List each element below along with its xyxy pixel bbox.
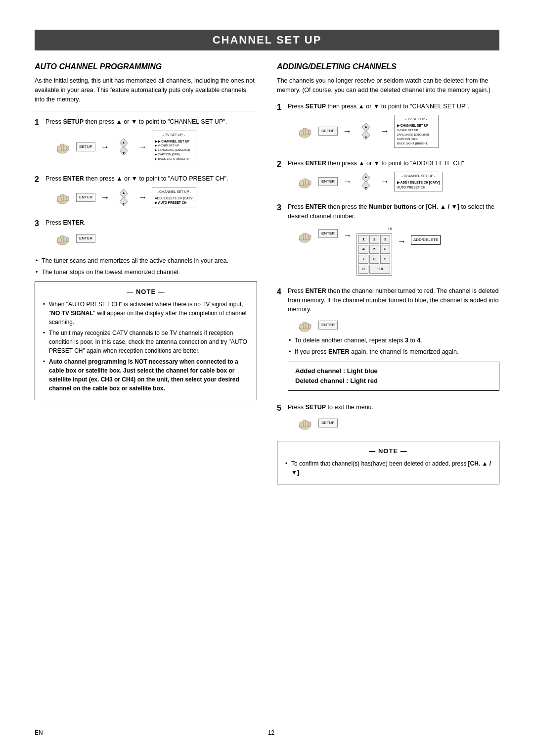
- step-1-left: 1 Press SETUP then press ▲ or ▼ to point…: [35, 117, 257, 167]
- page-footer: EN - 12 -: [0, 729, 534, 736]
- tv-menu-3r: - CHANNEL SET UP - ▶ ADD / DELETE CH [CA…: [394, 172, 443, 191]
- step-content: Press ENTER then press ▲ or ▼ to point t…: [288, 159, 499, 196]
- note-item-1: When "AUTO PRESET CH" is activated where…: [42, 300, 250, 327]
- svg-text:▼: ▼: [364, 186, 368, 189]
- step-4-right: 4 Press ENTER then the channel number tu…: [277, 286, 499, 396]
- left-section-intro: As the initial setting, this unit has me…: [35, 76, 257, 104]
- svg-rect-2: [63, 145, 66, 150]
- step-1-right: 1 Press SETUP then press ▲ or ▼ to point…: [277, 102, 499, 152]
- key-2: 2: [369, 235, 379, 244]
- svg-rect-22: [57, 237, 61, 242]
- svg-text:▲: ▲: [364, 125, 367, 128]
- bullet-1: The tuner scans and memorizes all the ac…: [35, 256, 257, 266]
- svg-text:▲: ▲: [122, 141, 125, 144]
- step2-left-diagram: ENTER → ▲ ▼ → - CHANNEL SET UP - ADD / D…: [55, 188, 257, 207]
- hand-icon: [298, 416, 315, 430]
- enter-button: ENTER: [318, 229, 338, 238]
- tv-menu-title: - CHANNEL SET UP -: [155, 189, 193, 195]
- tv-menu-item-lang: LANGUAGE [ENGLISH]: [397, 133, 436, 137]
- key-5: 5: [369, 245, 379, 254]
- svg-rect-36: [300, 181, 304, 186]
- tv-menu-item-caption: CAPTION [OFF]: [397, 137, 436, 142]
- key-9: 9: [380, 255, 390, 264]
- add-delete-label-area: ADD/DELETE: [411, 230, 441, 245]
- tv-menu-item-vchip: V-CHIP SET UP: [155, 143, 193, 148]
- hand-icon: [298, 229, 315, 243]
- svg-rect-45: [300, 235, 304, 240]
- tv-menu-title: - CHANNEL SET UP -: [397, 174, 440, 179]
- step-num: 3: [35, 218, 44, 229]
- arrow-icon2: →: [397, 235, 406, 248]
- svg-rect-54: [309, 422, 311, 426]
- arrow-icon: →: [343, 175, 352, 189]
- key-3: 3: [380, 235, 390, 244]
- note-title-right: — NOTE —: [284, 446, 492, 456]
- key-6: 6: [380, 245, 390, 254]
- svg-rect-53: [306, 421, 309, 426]
- channel-number: 15: [388, 226, 392, 232]
- tv-menu-item-channel: ▶ CHANNEL SET UP: [397, 123, 436, 128]
- hand-icon: [55, 232, 73, 245]
- tv-menu-title: - TV SET UP -: [397, 117, 436, 122]
- note-title: — NOTE —: [42, 287, 250, 297]
- svg-text:▼: ▼: [122, 202, 126, 205]
- setup-button: SETUP: [318, 419, 338, 427]
- svg-rect-21: [66, 237, 69, 242]
- tv-menu-item-autopreset: ▶ AUTO PRESET CH: [155, 200, 193, 205]
- step-content: Press ENTER then the channel number turn…: [288, 286, 499, 396]
- svg-rect-55: [300, 422, 304, 427]
- step-2-right: 2 Press ENTER then press ▲ or ▼ to point…: [277, 159, 499, 196]
- right-section-intro: The channels you no longer receive or se…: [277, 76, 499, 95]
- step-content: Press ENTER then press ▲ or ▼ to point t…: [45, 174, 257, 211]
- svg-rect-50: [300, 324, 304, 329]
- tv-menu-1r: - TV SET UP - ▶ CHANNEL SET UP V-CHIP SE…: [394, 115, 439, 147]
- arrow-icon: →: [343, 229, 352, 242]
- step5-right-diagram: SETUP: [298, 416, 499, 430]
- step4-right-diagram: ENTER: [298, 318, 499, 332]
- key-1: 1: [358, 235, 368, 244]
- enter-button: ENTER: [318, 321, 338, 330]
- svg-rect-26: [309, 130, 311, 135]
- note-box-left: — NOTE — When "AUTO PRESET CH" is activa…: [35, 282, 257, 400]
- step-num: 3: [277, 202, 286, 213]
- svg-rect-34: [306, 180, 309, 185]
- keypad-area: 15 1 2 3 4 5 6 7 8 9 0: [356, 226, 392, 276]
- left-column: AUTO CHANNEL PROGRAMMING As the initial …: [35, 62, 257, 489]
- tv-menu-item-vchip: V-CHIP SET UP: [397, 128, 436, 133]
- page: CHANNEL SET UP AUTO CHANNEL PROGRAMMING …: [0, 0, 534, 756]
- key-7: 7: [358, 255, 368, 264]
- hand-icon: [298, 175, 315, 189]
- step-content: Press SETUP then press ▲ or ▼ to point t…: [288, 102, 499, 152]
- tv-menu-item-lang: LANGUAGE [ENGLISH]: [155, 148, 193, 152]
- svg-rect-25: [306, 129, 309, 135]
- key-0: 0: [358, 265, 368, 274]
- svg-rect-3: [66, 146, 69, 150]
- arrow-icon: →: [100, 141, 109, 154]
- svg-text:▲: ▲: [122, 191, 126, 194]
- key-plus10: +10: [369, 265, 390, 274]
- tv-menu-item-channel: ▶ CHANNEL SET UP: [155, 139, 193, 144]
- right-section-heading: ADDING/DELETING CHANNELS: [277, 62, 499, 71]
- setup-button: SETUP: [318, 127, 338, 136]
- add-delete-label: ADD/DELETE: [411, 235, 441, 245]
- enter-button: ENTER: [76, 193, 95, 202]
- svg-rect-43: [306, 234, 309, 239]
- arrow-icon2: →: [138, 141, 147, 154]
- step3-right-diagram: ENTER → 15 1 2 3 4 5 6: [298, 225, 499, 276]
- tv-menu-item-backlight: BACK LIGHT [BRIGHT]: [155, 157, 193, 161]
- bullet-delete: To delete another channel, repeat steps …: [288, 336, 499, 345]
- nav-diamond: ▲ ▼: [114, 188, 133, 207]
- svg-rect-35: [309, 181, 311, 185]
- step-content: Press SETUP to exit the menu. SETUP: [288, 403, 499, 434]
- channel-info-box: Added channel : Light blue Deleted chann…: [288, 362, 499, 391]
- step2-right-diagram: ENTER → ▲ ▼ → - CHANNEL SET UP - ▶ ADD /…: [298, 172, 499, 191]
- step-content: Press ENTER then press the Number button…: [288, 202, 499, 280]
- right-column: ADDING/DELETING CHANNELS The channels yo…: [277, 62, 499, 489]
- note-box-right: — NOTE — To confirm that channel(s) has(…: [277, 441, 499, 484]
- note-list-right: To confirm that channel(s) has(have) bee…: [284, 459, 492, 477]
- step-num: 4: [277, 286, 286, 297]
- tv-menu-1: - TV SET UP - ▶ CHANNEL SET UP V-CHIP SE…: [152, 131, 196, 163]
- channel-info-deleted: Deleted channel : Light red: [295, 376, 492, 386]
- step-3-left: 3 Press ENTER. ENTER: [35, 218, 257, 249]
- arrow-icon2: →: [380, 175, 389, 189]
